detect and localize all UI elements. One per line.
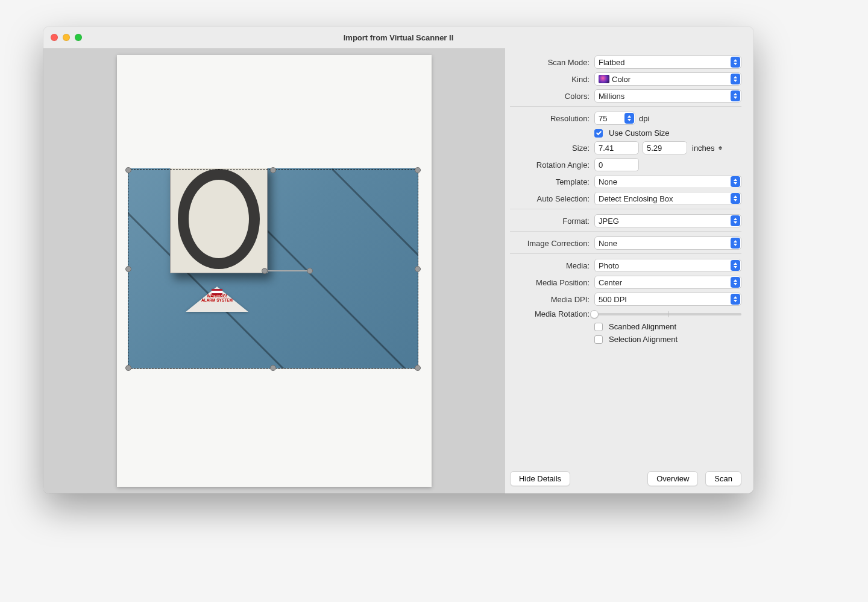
media-position-label: Media Position:: [510, 278, 594, 287]
updown-arrows-icon: [731, 193, 740, 204]
zoom-window-button[interactable]: [75, 34, 82, 41]
template-popup[interactable]: None: [594, 175, 741, 188]
warning-sticker: WARNING! ALARM SYSTEM: [186, 287, 248, 312]
rotation-angle-field[interactable]: 0: [594, 158, 639, 171]
warning-text: WARNING! ALARM SYSTEM: [193, 294, 241, 302]
image-correction-popup[interactable]: None: [594, 236, 741, 250]
colors-popup[interactable]: Millions: [594, 89, 741, 103]
use-custom-size-label: Use Custom Size: [609, 128, 669, 138]
stepper-arrows-icon: [624, 113, 634, 124]
minimize-window-button[interactable]: [63, 34, 70, 41]
updown-arrows-icon: [731, 238, 740, 249]
wood-sign-zero: [170, 168, 268, 273]
updown-arrows-icon: [731, 294, 740, 305]
rotation-handle-line: [265, 270, 313, 271]
preview-pane: WARNING! ALARM SYSTEM: [43, 48, 505, 493]
titlebar: Import from Virtual Scanner II: [43, 27, 753, 48]
size-unit-popup[interactable]: inches: [691, 141, 723, 154]
updown-arrows-icon: [731, 176, 740, 187]
settings-panel: Scan Mode: Flatbed Kind: Color: [505, 48, 753, 493]
media-dpi-popup[interactable]: 500 DPI: [594, 293, 741, 306]
scan-mode-popup[interactable]: Flatbed: [594, 55, 741, 69]
size-label: Size:: [510, 144, 594, 153]
rotation-pivot-handle[interactable]: [262, 268, 268, 274]
scanbed[interactable]: WARNING! ALARM SYSTEM: [117, 55, 432, 487]
auto-selection-label: Auto Selection:: [510, 194, 594, 203]
settings-form: Scan Mode: Flatbed Kind: Color: [510, 55, 741, 464]
media-rotation-slider[interactable]: [594, 313, 741, 315]
separator: [510, 253, 741, 254]
content: WARNING! ALARM SYSTEM: [43, 48, 753, 493]
close-window-button[interactable]: [51, 34, 58, 41]
colors-label: Colors:: [510, 92, 594, 101]
rotation-handle[interactable]: [307, 268, 313, 274]
separator: [510, 231, 741, 232]
scanbed-alignment-checkbox[interactable]: [594, 323, 603, 331]
rotation-angle-label: Rotation Angle:: [510, 160, 594, 170]
selection-alignment-label: Selection Alignment: [609, 335, 678, 344]
scan-button[interactable]: Scan: [705, 471, 741, 486]
updown-arrows-icon: [731, 57, 740, 68]
media-position-popup[interactable]: Center: [594, 276, 741, 289]
overview-button[interactable]: Overview: [647, 471, 698, 486]
kind-label: Kind:: [510, 75, 594, 84]
scan-mode-label: Scan Mode:: [510, 58, 594, 67]
bottom-bar: Hide Details Overview Scan: [510, 464, 741, 486]
kind-popup[interactable]: Color: [594, 72, 741, 86]
slider-tick: [668, 311, 668, 317]
template-label: Template:: [510, 177, 594, 186]
resolution-unit: dpi: [639, 114, 649, 123]
scanner-import-window: Import from Virtual Scanner II WARNING! …: [43, 27, 753, 493]
media-rotation-label: Media Rotation:: [510, 309, 594, 318]
size-height-field[interactable]: 5.29: [643, 141, 687, 154]
scanned-image: WARNING! ALARM SYSTEM: [128, 168, 418, 369]
hide-details-button[interactable]: Hide Details: [510, 471, 570, 486]
window-controls: [51, 34, 82, 41]
updown-arrows-icon: [731, 90, 740, 101]
scanbed-alignment-label: Scanbed Alignment: [609, 322, 676, 331]
use-custom-size-checkbox[interactable]: [594, 129, 603, 138]
updown-arrows-icon: [731, 74, 740, 84]
format-popup[interactable]: JPEG: [594, 214, 741, 227]
media-label: Media:: [510, 261, 594, 270]
resolution-stepper[interactable]: 75: [594, 112, 635, 125]
separator: [510, 106, 741, 107]
resolution-label: Resolution:: [510, 114, 594, 123]
updown-arrows-icon: [731, 277, 740, 288]
updown-arrows-icon: [717, 144, 723, 151]
image-correction-label: Image Correction:: [510, 239, 594, 248]
selection-alignment-checkbox[interactable]: [594, 335, 603, 344]
color-kind-icon: [599, 75, 609, 83]
media-popup[interactable]: Photo: [594, 259, 741, 272]
auto-selection-popup[interactable]: Detect Enclosing Box: [594, 192, 741, 205]
separator: [510, 209, 741, 209]
format-label: Format:: [510, 217, 594, 226]
window-title: Import from Virtual Scanner II: [344, 33, 454, 42]
size-width-field[interactable]: 7.41: [594, 141, 639, 154]
media-dpi-label: Media DPI:: [510, 295, 594, 304]
updown-arrows-icon: [731, 260, 740, 271]
updown-arrows-icon: [731, 215, 740, 226]
slider-thumb[interactable]: [590, 310, 599, 318]
